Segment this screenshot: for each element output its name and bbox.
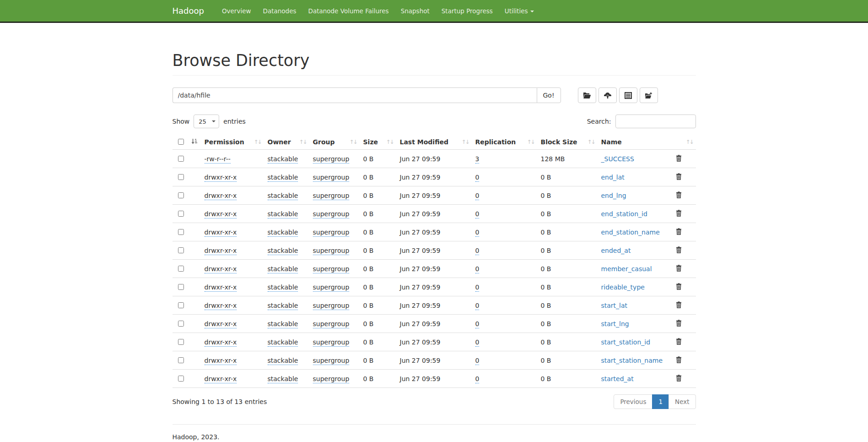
- delete-button[interactable]: [676, 246, 682, 255]
- delete-button[interactable]: [676, 191, 682, 200]
- row-checkbox[interactable]: [178, 247, 184, 253]
- owner-value[interactable]: stackable: [268, 302, 298, 310]
- col-header-size[interactable]: Size↑↓: [360, 134, 396, 150]
- group-value[interactable]: supergroup: [313, 192, 350, 200]
- file-name-link[interactable]: ended_at: [601, 247, 631, 254]
- replication-value[interactable]: 0: [475, 338, 480, 347]
- delete-button[interactable]: [676, 283, 682, 291]
- pagination-previous[interactable]: Previous: [614, 394, 652, 409]
- go-button[interactable]: Go!: [537, 87, 561, 103]
- delete-button[interactable]: [676, 301, 682, 310]
- permission-value[interactable]: drwxr-xr-x: [205, 192, 237, 200]
- pagination-next[interactable]: Next: [669, 394, 695, 409]
- row-checkbox[interactable]: [178, 302, 184, 308]
- permission-value[interactable]: drwxr-xr-x: [205, 247, 237, 255]
- group-value[interactable]: supergroup: [313, 174, 350, 182]
- delete-button[interactable]: [676, 320, 682, 328]
- replication-value[interactable]: 0: [475, 192, 480, 200]
- table-view-button[interactable]: [619, 87, 637, 103]
- delete-button[interactable]: [676, 338, 682, 346]
- nav-utilities-dropdown[interactable]: Utilities: [499, 7, 540, 15]
- delete-button[interactable]: [676, 356, 682, 365]
- row-checkbox[interactable]: [178, 174, 184, 180]
- delete-button[interactable]: [676, 173, 682, 181]
- row-checkbox[interactable]: [178, 266, 184, 272]
- file-name-link[interactable]: end_station_id: [601, 210, 647, 218]
- page-size-select[interactable]: 25: [194, 115, 219, 128]
- group-value[interactable]: supergroup: [313, 357, 350, 365]
- delete-button[interactable]: [676, 375, 682, 383]
- group-value[interactable]: supergroup: [313, 247, 350, 255]
- pagination-page-1[interactable]: 1: [652, 394, 669, 409]
- permission-value[interactable]: drwxr-xr-x: [205, 320, 237, 328]
- replication-value[interactable]: 0: [475, 375, 480, 383]
- file-name-link[interactable]: start_station_id: [601, 338, 651, 346]
- delete-button[interactable]: [676, 265, 682, 273]
- file-name-link[interactable]: rideable_type: [601, 284, 645, 291]
- col-header-permission[interactable]: Permission↑↓: [201, 134, 264, 150]
- open-folder-button[interactable]: [578, 87, 596, 103]
- replication-value[interactable]: 0: [475, 357, 480, 365]
- permission-value[interactable]: drwxr-xr-x: [205, 302, 237, 310]
- nav-snapshot[interactable]: Snapshot: [395, 7, 436, 15]
- row-checkbox[interactable]: [178, 156, 184, 162]
- row-checkbox[interactable]: [178, 284, 184, 290]
- permission-value[interactable]: drwxr-xr-x: [205, 265, 237, 273]
- group-value[interactable]: supergroup: [313, 284, 350, 292]
- group-value[interactable]: supergroup: [313, 210, 350, 218]
- replication-value[interactable]: 0: [475, 265, 480, 273]
- group-value[interactable]: supergroup: [313, 320, 350, 328]
- file-name-link[interactable]: end_lng: [601, 192, 626, 199]
- col-header-block-size[interactable]: Block Size↑↓: [537, 134, 598, 150]
- owner-value[interactable]: stackable: [268, 320, 298, 328]
- owner-value[interactable]: stackable: [268, 338, 298, 347]
- nav-overview[interactable]: Overview: [216, 7, 257, 15]
- row-checkbox[interactable]: [178, 321, 184, 327]
- file-name-link[interactable]: end_lat: [601, 174, 625, 181]
- file-name-link[interactable]: start_station_name: [601, 357, 663, 364]
- nav-startup-progress[interactable]: Startup Progress: [436, 7, 499, 15]
- delete-button[interactable]: [676, 210, 682, 218]
- group-value[interactable]: supergroup: [313, 375, 350, 383]
- group-value[interactable]: supergroup: [313, 265, 350, 273]
- col-header-owner[interactable]: Owner↑↓: [264, 134, 309, 150]
- owner-value[interactable]: stackable: [268, 174, 298, 182]
- row-checkbox[interactable]: [178, 229, 184, 235]
- delete-button[interactable]: [676, 155, 682, 163]
- owner-value[interactable]: stackable: [268, 265, 298, 273]
- new-folder-button[interactable]: [640, 87, 658, 103]
- permission-value[interactable]: drwxr-xr-x: [205, 284, 237, 292]
- nav-datanodes[interactable]: Datanodes: [257, 7, 302, 15]
- col-header-last-modified[interactable]: Last Modified↑↓: [396, 134, 472, 150]
- group-value[interactable]: supergroup: [313, 302, 350, 310]
- permission-value[interactable]: drwxr-xr-x: [205, 357, 237, 365]
- row-checkbox[interactable]: [178, 376, 184, 382]
- owner-value[interactable]: stackable: [268, 229, 298, 237]
- owner-value[interactable]: stackable: [268, 247, 298, 255]
- file-name-link[interactable]: start_lng: [601, 320, 629, 327]
- file-name-link[interactable]: start_lat: [601, 302, 628, 309]
- replication-value[interactable]: 0: [475, 284, 480, 292]
- permission-value[interactable]: -rw-r--r--: [205, 155, 231, 164]
- permission-value[interactable]: drwxr-xr-x: [205, 210, 237, 218]
- row-checkbox[interactable]: [178, 192, 184, 198]
- owner-value[interactable]: stackable: [268, 210, 298, 218]
- owner-value[interactable]: stackable: [268, 357, 298, 365]
- replication-value[interactable]: 0: [475, 320, 480, 328]
- file-name-link[interactable]: member_casual: [601, 265, 652, 273]
- sort-by-attributes-icon[interactable]: [191, 138, 197, 146]
- group-value[interactable]: supergroup: [313, 155, 350, 164]
- group-value[interactable]: supergroup: [313, 229, 350, 237]
- permission-value[interactable]: drwxr-xr-x: [205, 338, 237, 347]
- permission-value[interactable]: drwxr-xr-x: [205, 375, 237, 383]
- owner-value[interactable]: stackable: [268, 192, 298, 200]
- replication-value[interactable]: 0: [475, 210, 480, 218]
- owner-value[interactable]: stackable: [268, 155, 298, 164]
- col-header-name[interactable]: Name: [598, 134, 672, 150]
- col-header-actions[interactable]: ↑↓: [672, 134, 696, 150]
- permission-value[interactable]: drwxr-xr-x: [205, 174, 237, 182]
- nav-datanode-volume-failures[interactable]: Datanode Volume Failures: [302, 7, 394, 15]
- file-name-link[interactable]: _SUCCESS: [601, 155, 634, 163]
- permission-value[interactable]: drwxr-xr-x: [205, 229, 237, 237]
- brand-hadoop[interactable]: Hadoop: [173, 6, 204, 16]
